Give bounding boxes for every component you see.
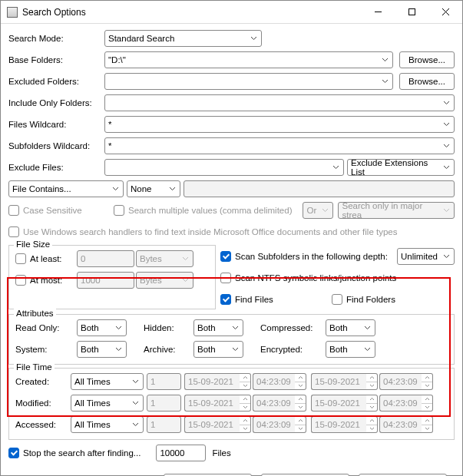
modified-mode-combo[interactable]: All Times [71,395,144,412]
modified-time2-spin[interactable] [422,395,433,412]
attributes-fieldset: Attributes Read Only: Both Hidden: Both … [8,314,455,365]
modified-time1-spin[interactable] [295,395,306,412]
accessed-time1-spin[interactable] [295,416,306,433]
accessed-label: Accessed: [15,420,71,429]
close-button[interactable] [428,2,462,23]
accessed-date2-input[interactable]: 15-09-2021 [311,416,366,433]
hidden-combo[interactable]: Both [193,319,243,336]
use-handlers-label: Use Windows search handlers to find text… [23,227,398,236]
created-date2-input[interactable]: 15-09-2021 [311,373,366,390]
modified-count-input[interactable]: 1 [147,395,181,412]
created-time2-spin[interactable] [422,373,433,390]
modified-date1-spin[interactable] [240,395,251,412]
modified-time1-input[interactable]: 04:23:09 [253,395,295,412]
encrypted-combo[interactable]: Both [326,341,375,358]
accessed-date1-spin[interactable] [240,416,251,433]
browse-excluded-button[interactable]: Browse... [399,73,455,90]
system-combo[interactable]: Both [77,341,127,358]
archive-combo[interactable]: Both [193,341,243,358]
modified-date2-input[interactable]: 15-09-2021 [311,395,366,412]
scan-subfolders-checkbox[interactable] [220,251,231,262]
maximize-button[interactable] [395,2,428,23]
accessed-time1-input[interactable]: 04:23:09 [253,416,295,433]
at-least-checkbox[interactable] [15,253,26,264]
exclude-files-combo[interactable] [104,159,344,176]
stop-after-checkbox[interactable] [8,448,19,458]
modified-date1-input[interactable]: 15-09-2021 [184,395,240,412]
created-count-input[interactable]: 1 [147,373,181,390]
contains-value-input[interactable] [184,180,455,197]
find-folders-checkbox[interactable] [332,294,342,305]
modified-label: Modified: [15,398,71,408]
base-folders-combo[interactable]: "D:\" [104,51,393,68]
chevron-down-icon [182,256,189,261]
minimize-button[interactable] [361,2,395,23]
find-files-checkbox[interactable] [220,294,231,305]
or-combo[interactable]: Or [303,202,333,219]
exclude-extensions-combo[interactable]: Exclude Extensions List [347,159,455,176]
accessed-mode-combo[interactable]: All Times [71,416,144,433]
at-least-label: At least: [30,254,62,263]
search-multiple-label: Search multiple values (comma delimited) [128,206,292,215]
created-time1-spin[interactable] [295,373,306,390]
chevron-down-icon [115,326,122,330]
content-area: Search Mode: Standard Search Base Folder… [1,24,462,476]
read-only-combo[interactable]: Both [77,319,127,336]
accessed-date2-spin[interactable] [366,416,378,433]
include-only-label: Include Only Folders: [8,98,104,107]
modified-date2-spin[interactable] [366,395,378,412]
include-only-combo[interactable] [104,94,455,111]
compressed-combo[interactable]: Both [326,319,375,336]
use-handlers-checkbox[interactable] [8,226,19,237]
browse-base-button[interactable]: Browse... [399,51,455,68]
created-time1-input[interactable]: 04:23:09 [253,373,295,390]
accessed-time2-spin[interactable] [422,416,433,433]
accessed-time2-input[interactable]: 04:23:09 [379,416,422,433]
chevron-down-icon [112,187,119,191]
chevron-down-icon [250,36,257,41]
at-most-unit-combo[interactable]: Bytes [136,272,193,289]
compressed-label: Compressed: [260,323,326,332]
subfolders-wildcard-combo[interactable]: * [104,137,455,154]
contains-mode-combo[interactable]: None [127,180,180,197]
subfolders-wildcard-label: Subfolders Wildcard: [8,141,104,150]
at-most-input[interactable]: 1000 [77,272,134,289]
stop-after-input[interactable]: 10000 [156,445,206,461]
file-contains-combo[interactable]: File Contains... [8,180,124,197]
case-sensitive-checkbox[interactable] [8,205,19,216]
created-date1-input[interactable]: 15-09-2021 [184,373,240,390]
at-most-checkbox[interactable] [15,275,26,286]
search-major-combo[interactable]: Search only in major strea [338,202,455,219]
created-mode-combo[interactable]: All Times [71,373,144,390]
up-icon [366,374,377,382]
created-time2-input[interactable]: 04:23:09 [379,373,422,390]
created-label: Created: [15,377,71,386]
scan-ntfs-checkbox[interactable] [220,273,231,283]
up-icon [240,395,250,404]
down-icon [240,404,250,412]
down-icon [422,425,432,433]
base-folders-label: Base Folders: [8,55,104,64]
accessed-date1-input[interactable]: 15-09-2021 [184,416,240,433]
find-files-label: Find Files [235,295,273,304]
chevron-down-icon [169,187,176,191]
archive-label: Archive: [144,345,193,354]
files-wildcard-combo[interactable]: * [104,116,455,133]
down-icon [422,382,432,390]
at-least-unit-combo[interactable]: Bytes [136,250,193,267]
file-time-legend: File Time [14,362,55,372]
chevron-down-icon [132,422,139,427]
excluded-folders-combo[interactable] [104,73,393,90]
created-date2-spin[interactable] [366,373,378,390]
created-date1-spin[interactable] [240,373,251,390]
chevron-down-icon [232,347,239,352]
chevron-down-icon [364,326,371,330]
stop-after-label: Stop the search after finding... [23,448,141,458]
depth-combo[interactable]: Unlimited [397,248,455,265]
search-multiple-checkbox[interactable] [114,205,124,216]
modified-time2-input[interactable]: 04:23:09 [379,395,422,412]
at-least-input[interactable]: 0 [77,250,134,267]
accessed-count-input[interactable]: 1 [147,416,181,433]
search-mode-combo[interactable]: Standard Search [104,30,262,47]
up-icon [240,417,250,425]
